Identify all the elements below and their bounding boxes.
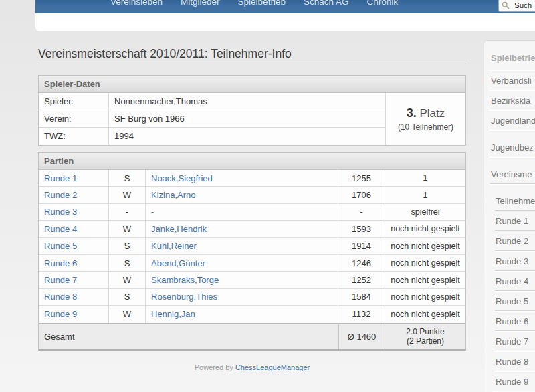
- search-box[interactable]: [498, 0, 535, 12]
- result-cell: noch nicht gespielt: [385, 272, 465, 288]
- sidebar-item[interactable]: Runde 5: [495, 291, 535, 311]
- sidebar-item-label: Verbandsli: [491, 76, 532, 86]
- sidebar-item[interactable]: Runde 8: [495, 351, 535, 371]
- player-data-header: Spieler-Daten: [39, 76, 465, 93]
- rating-cell: 1584: [338, 289, 385, 305]
- round-link[interactable]: Runde 7: [39, 272, 109, 288]
- sidebar-item[interactable]: Runde 2: [495, 231, 535, 251]
- chessleaguemanager-link[interactable]: ChessLeagueManager: [235, 363, 310, 371]
- result-cell: noch nicht gespielt: [385, 289, 465, 305]
- round-link[interactable]: Runde 3: [39, 204, 109, 220]
- player-data-card: Spieler-Daten 3. Platz (10 Teilnehmer) S…: [38, 75, 466, 146]
- rank-participants: (10 Teilnehmer): [398, 122, 453, 132]
- game-row: Runde 6 S Abend,Günter 1246 noch nicht g…: [39, 255, 465, 272]
- games-header: Partien: [39, 153, 465, 170]
- search-icon: [502, 1, 510, 9]
- sidebar-item-label: Runde 7: [496, 336, 528, 347]
- header-card: Vereinsleben Mitglieder Spielbetrieb Sch…: [35, 0, 535, 31]
- opponent-link[interactable]: Noack,Siegfried: [146, 170, 338, 186]
- rank-cell: 3. Platz (10 Teilnehmer): [385, 93, 465, 145]
- round-link[interactable]: Runde 1: [39, 170, 109, 186]
- powered-by: Powered by ChessLeagueManager: [38, 363, 466, 371]
- player-data-grid: 3. Platz (10 Teilnehmer) Spieler: Nonnen…: [39, 93, 465, 145]
- rating-cell: 1706: [338, 187, 385, 203]
- game-row: Runde 7 W Skambraks,Torge 1252 noch nich…: [39, 272, 465, 288]
- total-points: 2.0 Punkte (2 Partien): [385, 324, 465, 349]
- result-cell: 1: [385, 170, 465, 186]
- round-link[interactable]: Runde 2: [39, 187, 109, 203]
- result-cell: noch nicht gespielt: [385, 255, 465, 271]
- nav-item[interactable]: Chronik: [366, 0, 398, 7]
- sidebar-item[interactable]: Vereinsme: [490, 164, 535, 184]
- rating-cell: 1255: [338, 170, 385, 186]
- sidebar-item[interactable]: Runde 3: [495, 251, 535, 271]
- color-cell: -: [109, 204, 146, 220]
- result-cell: spielfrei: [385, 204, 465, 220]
- color-cell: S: [109, 255, 146, 271]
- page: Vereinsleben Mitglieder Spielbetrieb Sch…: [0, 0, 535, 392]
- sidebar-header: Spielbetrieb: [490, 52, 535, 70]
- player-label: Spieler:: [39, 93, 109, 110]
- sidebar-item[interactable]: Jugendbez: [490, 137, 535, 157]
- round-link[interactable]: Runde 9: [39, 306, 109, 322]
- sidebar-item-label: Runde 1: [496, 216, 528, 226]
- sidebar-item-label: Runde 3: [496, 256, 528, 266]
- game-row: Runde 4 W Janke,Hendrik 1593 noch nicht …: [39, 221, 465, 237]
- sidebar: Spielbetrieb Verbandsli Bezirkskla Jugen…: [484, 40, 535, 392]
- sidebar-item-label: Vereinsme: [491, 169, 532, 179]
- sidebar-item[interactable]: Teilnehme: [495, 191, 535, 211]
- sidebar-item[interactable]: Bezirkskla: [490, 90, 535, 110]
- search-input[interactable]: [513, 1, 535, 10]
- color-cell: W: [109, 272, 146, 288]
- sidebar-list: Verbandsli Bezirkskla Jugendland Jugendb…: [490, 70, 535, 392]
- sidebar-item[interactable]: Runde 7: [495, 331, 535, 351]
- nav-item[interactable]: Vereinsleben: [110, 0, 163, 7]
- page-title: Vereinsmeisterschaft 2010/2011: Teilnehm…: [38, 47, 466, 64]
- opponent-link[interactable]: -: [146, 204, 338, 220]
- opponent-link[interactable]: Rosenburg,Thies: [146, 289, 338, 305]
- sidebar-item[interactable]: Runde 6: [495, 311, 535, 331]
- round-link[interactable]: Runde 5: [39, 238, 109, 254]
- result-cell: noch nicht gespielt: [385, 221, 465, 237]
- opponent-link[interactable]: Kizina,Arno: [146, 187, 338, 203]
- opponent-link[interactable]: Abend,Günter: [146, 255, 338, 271]
- round-link[interactable]: Runde 4: [39, 221, 109, 237]
- rating-cell: 1132: [338, 306, 385, 322]
- round-link[interactable]: Runde 8: [39, 289, 109, 305]
- game-row: Runde 1 S Noack,Siegfried 1255 1: [39, 170, 465, 187]
- powered-by-text: Powered by: [195, 363, 233, 371]
- opponent-link[interactable]: Kühl,Reiner: [146, 238, 338, 254]
- opponent-link[interactable]: Janke,Hendrik: [146, 221, 338, 237]
- main-nav: Vereinsleben Mitglieder Spielbetrieb Sch…: [35, 0, 535, 13]
- sidebar-item[interactable]: Runde 1: [495, 211, 535, 231]
- games-footer: Gesamt Ø 1460 2.0 Punkte (2 Partien): [39, 323, 465, 349]
- sidebar-item-label: Runde 4: [496, 276, 528, 286]
- rating-cell: -: [338, 204, 385, 220]
- color-cell: W: [109, 187, 146, 203]
- sidebar-item-label: Jugendland: [491, 116, 535, 126]
- sidebar-item[interactable]: Verbandsli: [490, 70, 535, 90]
- opponent-link[interactable]: Skambraks,Torge: [146, 272, 338, 288]
- twz-label: TWZ:: [39, 128, 109, 145]
- game-row: Runde 3 - - - spielfrei: [39, 204, 465, 221]
- round-link[interactable]: Runde 6: [39, 255, 109, 271]
- points-line: 2.0 Punkte: [406, 327, 444, 336]
- game-row: Runde 2 W Kizina,Arno 1706 1: [39, 187, 465, 203]
- games-rows: Runde 1 S Noack,Siegfried 1255 1 Runde 2…: [39, 170, 465, 323]
- rank-label: Platz: [419, 107, 445, 120]
- result-cell: noch nicht gespielt: [385, 238, 465, 254]
- rating-cell: 1252: [338, 272, 385, 288]
- opponent-link[interactable]: Hennig,Jan: [146, 306, 338, 322]
- sidebar-item[interactable]: Runde 4: [495, 271, 535, 291]
- sidebar-item-label: Teilnehme: [496, 196, 535, 206]
- total-label: Gesamt: [39, 324, 338, 349]
- nav-item[interactable]: Spielbetrieb: [238, 0, 286, 7]
- nav-items: Vereinsleben Mitglieder Spielbetrieb Sch…: [110, 0, 398, 7]
- result-cell: noch nicht gespielt: [385, 306, 465, 322]
- rank-number: 3.: [407, 106, 417, 120]
- color-cell: S: [109, 289, 146, 305]
- sidebar-item[interactable]: Jugendland: [490, 110, 535, 130]
- nav-item[interactable]: Mitglieder: [181, 0, 220, 7]
- nav-item[interactable]: Schach AG: [304, 0, 349, 7]
- sidebar-item[interactable]: Runde 9: [495, 371, 535, 391]
